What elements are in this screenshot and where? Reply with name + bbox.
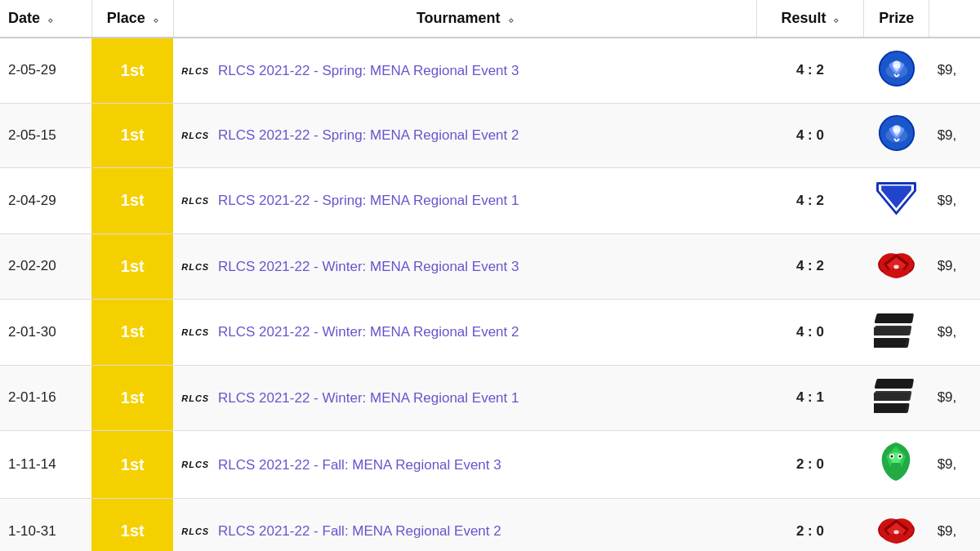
date-label: Date (8, 10, 40, 26)
table-row: 1-10-31 1st RLCS RLCS 2021-22 - Fall: ME… (0, 499, 980, 552)
svg-point-2 (893, 60, 901, 69)
result-cell: 2 : 0 (756, 431, 863, 499)
place-badge: 1st (113, 60, 153, 82)
svg-rect-17 (874, 339, 906, 347)
svg-point-28 (894, 530, 899, 534)
tournament-cell: RLCS RLCS 2021-22 - Winter: MENA Regiona… (173, 365, 756, 431)
results-table-container: Date ⬦ Place ⬦ Tournament ⬦ Result ⬦ Pri… (0, 0, 980, 551)
place-badge: 1st (113, 124, 153, 146)
date-cell: 2-01-16 (0, 365, 91, 431)
team-logo (874, 115, 919, 152)
place-cell: 1st (91, 103, 173, 168)
place-label: Place (107, 10, 145, 26)
prize-cell: $9, (929, 431, 980, 499)
table-row: 2-02-20 1st RLCS RLCS 2021-22 - Winter: … (0, 233, 980, 300)
table-row: 2-05-15 1st RLCS RLCS 2021-22 - Spring: … (0, 103, 980, 168)
date-cell: 2-04-29 (0, 168, 91, 234)
results-table: Date ⬦ Place ⬦ Tournament ⬦ Result ⬦ Pri… (0, 0, 980, 551)
place-badge: 1st (113, 189, 153, 211)
svg-marker-7 (881, 185, 911, 208)
tournament-name[interactable]: RLCS 2021-22 - Winter: MENA Regional Eve… (218, 324, 519, 340)
rlcs-label: RLCS (181, 262, 209, 272)
prize-column-header[interactable]: Prize (864, 0, 929, 38)
tournament-name[interactable]: RLCS 2021-22 - Spring: MENA Regional Eve… (218, 127, 519, 143)
tournament-cell: RLCS RLCS 2021-22 - Spring: MENA Regiona… (173, 38, 756, 103)
tournament-name[interactable]: RLCS 2021-22 - Fall: MENA Regional Event… (218, 523, 501, 539)
tournament-cell: RLCS RLCS 2021-22 - Spring: MENA Regiona… (173, 103, 756, 168)
tournament-cell: RLCS RLCS 2021-22 - Winter: MENA Regiona… (173, 233, 756, 300)
place-badge: 1st (113, 520, 153, 542)
prize-cell: $9, (929, 300, 980, 366)
place-badge: 1st (113, 256, 153, 278)
prize-cell: $9, (929, 233, 980, 300)
tournament-name[interactable]: RLCS 2021-22 - Winter: MENA Regional Eve… (218, 259, 519, 274)
date-sort-icon[interactable]: ⬦ (47, 14, 53, 25)
prize-cell: $9, (929, 499, 980, 552)
svg-rect-23 (874, 404, 906, 412)
place-badge: 1st (113, 387, 153, 409)
logo-cell (864, 103, 929, 168)
tournament-sort-icon[interactable]: ⬦ (508, 14, 514, 25)
rlcs-label: RLCS (181, 527, 209, 536)
prize-cell: $9, (929, 38, 980, 103)
logo-cell (864, 168, 929, 234)
prize-cell: $9, (929, 103, 980, 168)
logo-cell (864, 300, 929, 366)
tournament-name[interactable]: RLCS 2021-22 - Winter: MENA Regional Eve… (218, 390, 519, 406)
rlcs-label: RLCS (181, 393, 209, 403)
logo-cell (864, 38, 929, 103)
table-header-row: Date ⬦ Place ⬦ Tournament ⬦ Result ⬦ Pri… (0, 0, 980, 38)
place-column-header[interactable]: Place ⬦ (91, 0, 173, 38)
result-column-header[interactable]: Result ⬦ (756, 0, 863, 38)
place-cell: 1st (91, 499, 173, 552)
place-cell: 1st (91, 38, 173, 103)
result-cell: 4 : 0 (756, 300, 863, 366)
team-logo (874, 510, 919, 547)
place-badge: 1st (113, 454, 153, 476)
table-row: 2-04-29 1st RLCS RLCS 2021-22 - Spring: … (0, 168, 980, 234)
date-column-header[interactable]: Date ⬦ (0, 0, 91, 38)
result-sort-icon[interactable]: ⬦ (833, 14, 839, 25)
place-sort-icon[interactable]: ⬦ (153, 14, 158, 25)
result-cell: 2 : 0 (756, 499, 863, 552)
tournament-column-header[interactable]: Tournament ⬦ (173, 0, 756, 38)
result-label: Result (781, 10, 826, 26)
place-cell: 1st (91, 233, 173, 300)
logo-cell (864, 365, 929, 431)
svg-point-5 (893, 125, 901, 133)
tournament-name[interactable]: RLCS 2021-22 - Spring: MENA Regional Eve… (218, 63, 519, 78)
table-row: 2-01-30 1st RLCS RLCS 2021-22 - Winter: … (0, 300, 980, 366)
tournament-name[interactable]: RLCS 2021-22 - Spring: MENA Regional Eve… (218, 193, 519, 208)
team-logo (874, 180, 919, 216)
svg-rect-22 (874, 393, 910, 401)
tournament-label: Tournament (416, 10, 501, 26)
table-row: 2-01-16 1st RLCS RLCS 2021-22 - Winter: … (0, 365, 980, 431)
place-cell: 1st (91, 300, 173, 366)
prize-label: Prize (879, 10, 914, 26)
logo-cell (864, 233, 929, 300)
table-row: 2-05-29 1st RLCS RLCS 2021-22 - Spring: … (0, 38, 980, 103)
rlcs-label: RLCS (181, 66, 209, 76)
date-cell: 2-02-20 (0, 233, 91, 300)
rlcs-label: RLCS (181, 327, 209, 337)
table-row: 1-11-14 1st RLCS RLCS 2021-22 - Fall: ME… (0, 431, 980, 499)
svg-rect-16 (874, 327, 910, 335)
result-cell: 4 : 2 (756, 168, 863, 234)
prize-cell: $9, (929, 365, 980, 431)
place-cell: 1st (91, 168, 173, 234)
rlcs-label: RLCS (181, 131, 209, 140)
place-badge: 1st (113, 321, 153, 343)
result-cell: 4 : 2 (756, 233, 863, 300)
result-cell: 4 : 0 (756, 103, 863, 168)
result-cell: 4 : 2 (756, 38, 863, 103)
tournament-name[interactable]: RLCS 2021-22 - Fall: MENA Regional Event… (218, 456, 501, 472)
date-cell: 2-05-15 (0, 103, 91, 168)
team-logo (874, 377, 919, 414)
tournament-cell: RLCS RLCS 2021-22 - Fall: MENA Regional … (173, 499, 756, 552)
date-cell: 2-01-30 (0, 300, 91, 366)
result-cell: 4 : 1 (756, 365, 863, 431)
date-cell: 1-10-31 (0, 499, 91, 552)
svg-point-26 (891, 455, 893, 458)
tournament-cell: RLCS RLCS 2021-22 - Spring: MENA Regiona… (173, 168, 756, 234)
place-cell: 1st (91, 431, 173, 499)
